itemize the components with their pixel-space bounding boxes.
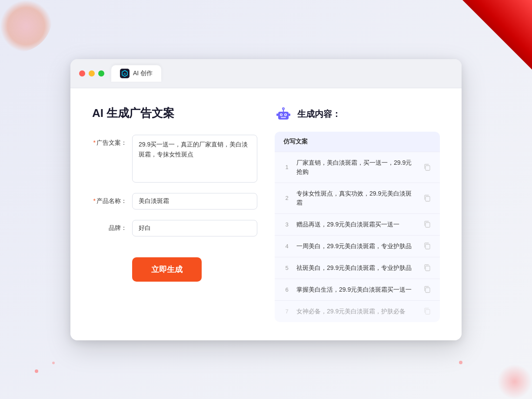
svg-rect-19 — [426, 309, 430, 314]
copy-icon[interactable] — [423, 194, 431, 202]
required-mark2: * — [93, 197, 96, 204]
product-name-label: *产品名称： — [92, 193, 127, 205]
svg-rect-13 — [426, 166, 430, 170]
result-number: 2 — [283, 195, 290, 201]
browser-window: AI AI 创作 AI 生成广告文案 *广告文案： 29.9买一送一，真正的厂家… — [70, 59, 462, 340]
traffic-lights — [79, 70, 104, 76]
result-text: 祛斑美白，29.9元美白淡斑霜，专业护肤品 — [296, 263, 417, 273]
brand-input[interactable]: 好白 — [132, 220, 257, 236]
content-area: AI 生成广告文案 *广告文案： 29.9买一送一，真正的厂家直销，美白淡斑霜，… — [70, 88, 462, 340]
result-number: 7 — [283, 308, 290, 315]
result-number: 6 — [283, 286, 290, 293]
left-panel: AI 生成广告文案 *广告文案： 29.9买一送一，真正的厂家直销，美白淡斑霜，… — [92, 106, 257, 323]
result-text: 女神必备，29.9元美白淡斑霜，护肤必备 — [296, 307, 417, 316]
svg-rect-16 — [426, 244, 430, 249]
copy-icon[interactable] — [423, 163, 431, 171]
result-item: 4 一周美白，29.9元美白淡斑霜，专业护肤品 — [275, 236, 440, 257]
svg-rect-17 — [426, 266, 430, 271]
tab-label: AI 创作 — [133, 70, 153, 77]
svg-rect-14 — [426, 196, 430, 201]
results-container: 仿写文案 1 厂家直销，美白淡斑霜，买一送一，29.9元抢购 2 专抹女性斑点，… — [275, 132, 440, 322]
product-name-group: *产品名称： 美白淡斑霜 — [92, 193, 257, 209]
brand-label: 品牌： — [92, 220, 127, 232]
minimize-button[interactable] — [89, 70, 95, 76]
copy-icon[interactable] — [423, 307, 431, 315]
result-text: 一周美白，29.9元美白淡斑霜，专业护肤品 — [296, 242, 417, 251]
required-mark: * — [93, 139, 96, 146]
result-item: 6 掌握美白生活，29.9元美白淡斑霜买一送一 — [275, 279, 440, 301]
result-text: 厂家直销，美白淡斑霜，买一送一，29.9元抢购 — [296, 158, 417, 176]
svg-rect-18 — [426, 288, 430, 293]
right-panel-title: 生成内容： — [297, 108, 341, 120]
close-button[interactable] — [79, 70, 85, 76]
svg-text:AI: AI — [124, 72, 126, 75]
brand-group: 品牌： 好白 — [92, 220, 257, 236]
result-item: 2 专抹女性斑点，真实功效，29.9元美白淡斑霜 — [275, 183, 440, 214]
copy-icon[interactable] — [423, 286, 431, 293]
result-item: 5 祛斑美白，29.9元美白淡斑霜，专业护肤品 — [275, 257, 440, 279]
generate-button[interactable]: 立即生成 — [132, 257, 202, 282]
ai-creation-tab[interactable]: AI AI 创作 — [111, 65, 161, 82]
copy-icon[interactable] — [423, 264, 431, 272]
svg-rect-7 — [281, 117, 286, 118]
result-number: 1 — [283, 164, 290, 170]
svg-rect-11 — [289, 113, 290, 116]
svg-rect-15 — [426, 223, 430, 227]
results-list: 1 厂家直销，美白淡斑霜，买一送一，29.9元抢购 2 专抹女性斑点，真实功效，… — [275, 152, 440, 322]
right-panel: 生成内容： 仿写文案 1 厂家直销，美白淡斑霜，买一送一，29.9元抢购 2 专… — [275, 106, 440, 323]
svg-point-12 — [283, 108, 284, 109]
ad-copy-label: *广告文案： — [92, 135, 127, 147]
svg-rect-10 — [276, 113, 278, 116]
ad-copy-group: *广告文案： 29.9买一送一，真正的厂家直销，美白淡斑霜，专抹女性斑点 — [92, 135, 257, 183]
ad-copy-textarea[interactable]: 29.9买一送一，真正的厂家直销，美白淡斑霜，专抹女性斑点 — [132, 135, 257, 183]
maximize-button[interactable] — [98, 70, 104, 76]
result-item: 3 赠品再送，29.9元美白淡斑霜买一送一 — [275, 214, 440, 236]
svg-point-6 — [285, 114, 286, 115]
result-number: 4 — [283, 243, 290, 249]
ai-tab-icon: AI — [120, 69, 130, 78]
copy-icon[interactable] — [423, 242, 431, 250]
result-text: 赠品再送，29.9元美白淡斑霜买一送一 — [296, 220, 417, 229]
robot-icon — [275, 106, 292, 123]
product-name-input[interactable]: 美白淡斑霜 — [132, 193, 257, 209]
result-number: 3 — [283, 221, 290, 228]
results-header: 仿写文案 — [275, 132, 440, 152]
svg-rect-2 — [278, 112, 289, 120]
result-item: 1 厂家直销，美白淡斑霜，买一送一，29.9元抢购 — [275, 152, 440, 183]
page-title: AI 生成广告文案 — [92, 106, 257, 121]
title-bar: AI AI 创作 — [70, 59, 462, 88]
right-header: 生成内容： — [275, 106, 440, 123]
result-number: 5 — [283, 265, 290, 271]
result-text: 掌握美白生活，29.9元美白淡斑霜买一送一 — [296, 285, 417, 294]
copy-icon[interactable] — [423, 220, 431, 228]
result-text: 专抹女性斑点，真实功效，29.9元美白淡斑霜 — [296, 189, 417, 207]
svg-point-5 — [281, 114, 282, 115]
tab-bar: AI AI 创作 — [111, 65, 161, 82]
result-item: 7 女神必备，29.9元美白淡斑霜，护肤必备 — [275, 301, 440, 322]
